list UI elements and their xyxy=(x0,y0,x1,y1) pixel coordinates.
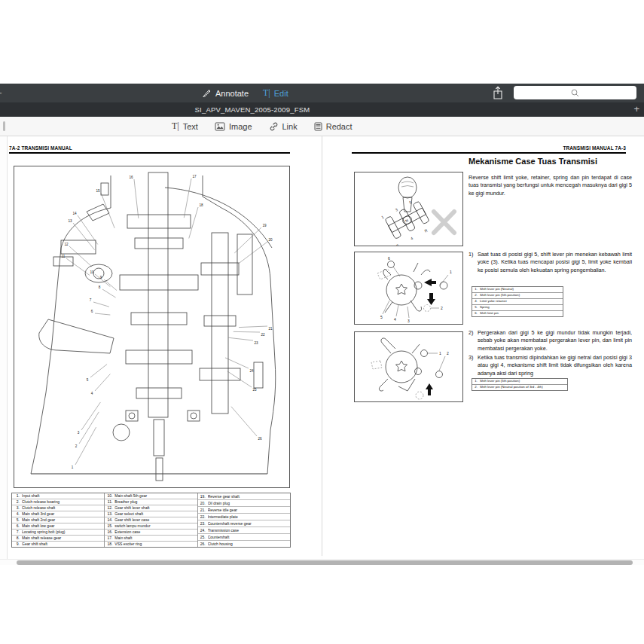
disallowed-x-mark xyxy=(434,212,454,233)
callout-number: 12 xyxy=(64,243,68,246)
callout-number: 7 xyxy=(90,298,92,302)
table-row: 1.Shift lever pin (5th position) xyxy=(472,379,567,385)
item-text: Ketika tuas transmisi dipindahkan ke gig… xyxy=(478,354,632,377)
table-row: 11.Breather plug xyxy=(105,499,197,505)
callout-number: 18 xyxy=(199,203,203,207)
table-row: 16.Extension case xyxy=(105,530,197,536)
top-toolbar: + Annotate T| Edit xyxy=(0,84,644,102)
annotate-tab[interactable]: Annotate xyxy=(202,87,249,99)
svg-text:4: 4 xyxy=(410,236,414,241)
row-number: 15. xyxy=(105,524,114,528)
parts-column-2: 10.Main shaft 5th gear11.Breather plug12… xyxy=(105,493,197,547)
table-row: 5.Spring xyxy=(472,305,563,311)
table-row: 4.Limit yoke retainer xyxy=(472,299,563,305)
row-label: Main shaft release gear xyxy=(22,536,104,540)
row-label: Main shaft 5th gear xyxy=(114,494,197,498)
document-view[interactable]: 7A-2 TRANSMISI MANUAL xyxy=(0,136,644,559)
text-tool-icon: T| xyxy=(172,121,179,132)
document-tab[interactable]: SI_APV_MAVEN_2005-2009_FSM xyxy=(0,102,505,117)
transmission-diagram: 1617151814131920121110987621222324252654… xyxy=(14,166,290,488)
row-number: 5. xyxy=(12,518,22,522)
page-7a2: 7A-2 TRANSMISI MANUAL xyxy=(8,136,322,559)
pen-icon xyxy=(202,88,212,98)
insert-link-button[interactable]: Link xyxy=(269,122,298,131)
callout-number: 3 xyxy=(78,431,80,435)
search-field[interactable] xyxy=(514,86,636,99)
table-row: 17.Main shaft xyxy=(105,536,197,542)
redact-button[interactable]: Redact xyxy=(314,122,353,131)
table-row: 21.Reverse idle gear xyxy=(198,507,290,514)
table-row: 14.Gear shift lever case xyxy=(105,517,197,523)
table-row: 23.Countershaft reverse gear xyxy=(198,520,290,527)
table-row: 1.Shift lever pin (Neutral) xyxy=(472,287,563,293)
row-label: Gear shift lever case xyxy=(114,518,197,522)
redact-tool-label: Redact xyxy=(326,122,353,131)
row-label: Reverse idle gear xyxy=(208,508,290,512)
row-number: 2. xyxy=(12,500,22,504)
share-button[interactable] xyxy=(492,86,505,100)
row-label: Gear shift shaft xyxy=(22,542,104,546)
item-text: Saat tuas di posisi gigi 5, shift lever … xyxy=(478,251,632,274)
row-label: VSS exciter ring xyxy=(114,542,197,546)
item-number: 1) xyxy=(469,251,478,274)
sidebar-drag-handle[interactable] xyxy=(3,121,5,131)
callout-number: 11 xyxy=(62,255,66,258)
svg-text:3: 3 xyxy=(395,207,398,212)
table-row: 22.Intermediate plate xyxy=(198,514,290,520)
scrollbar-track xyxy=(0,559,644,565)
table-row: 26.Clutch housing xyxy=(198,541,290,547)
edit-label: Edit xyxy=(274,89,288,98)
parts-column-1: 1.Input shaft2.Clutch release bearing3.C… xyxy=(12,493,105,547)
row-number: 4. xyxy=(472,300,480,303)
row-number: 21. xyxy=(198,508,208,512)
search-input[interactable] xyxy=(514,86,636,99)
link-icon xyxy=(269,122,279,131)
row-label: Main shaft 2nd gear xyxy=(22,518,104,522)
row-number: 11. xyxy=(105,500,114,504)
row-number: 18. xyxy=(105,542,114,546)
row-number: 1. xyxy=(472,288,480,291)
row-label: Main shaft low gear xyxy=(22,524,104,528)
legend-table-2: 1.Shift lever pin (5th position)2.Shift … xyxy=(472,378,568,391)
table-row: 2.Shift lever pin (Neutral position of 3… xyxy=(472,385,567,390)
new-tab-button[interactable]: + xyxy=(633,102,639,117)
table-row: 25.Countershaft xyxy=(198,534,290,541)
callout-number: 6 xyxy=(91,310,93,313)
row-number: 24. xyxy=(198,529,208,533)
table-row: 10.Main shaft 5th gear xyxy=(105,493,197,499)
callout-number: 26 xyxy=(258,437,261,441)
row-number: 13. xyxy=(105,512,114,516)
row-label: Clutch release shaft xyxy=(22,506,104,510)
row-number: 1. xyxy=(12,494,22,498)
table-row: 12.Gear shift lever shaft xyxy=(105,505,197,511)
row-number: 6. xyxy=(472,312,480,315)
table-row: 20.Oil drain plug xyxy=(198,500,290,507)
callout-number: 22 xyxy=(261,333,264,337)
row-number: 10. xyxy=(105,494,114,498)
table-row: 3.Clutch release shaft xyxy=(12,505,104,511)
figure-shift-lever: 1 3 5 2 4 R N xyxy=(354,172,463,246)
edit-tab[interactable]: T| Edit xyxy=(263,87,288,99)
left-header-rule xyxy=(9,152,290,154)
svg-text:2: 2 xyxy=(441,306,443,310)
horizontal-scrollbar[interactable] xyxy=(17,560,633,565)
sidebar-add-icon[interactable]: + xyxy=(0,86,2,99)
row-label: switch lampu mundur xyxy=(114,524,197,528)
item-number: 3) xyxy=(469,354,478,377)
document-tab-bar: SI_APV_MAVEN_2005-2009_FSM + xyxy=(0,102,644,117)
insert-text-button[interactable]: T| Text xyxy=(172,121,198,132)
row-label: Countershaft reverse gear xyxy=(208,522,290,526)
svg-text:2: 2 xyxy=(395,243,399,246)
row-label: Reverse gear shaft xyxy=(208,495,290,499)
page-7a3: TRANSMISI MANUAL 7A-3 Mekanisme Case Tua… xyxy=(322,136,644,559)
callout-number: 15 xyxy=(96,189,99,193)
row-number: 16. xyxy=(105,530,114,534)
svg-text:1: 1 xyxy=(450,270,452,274)
row-label: Shift limit pin xyxy=(480,312,563,315)
insert-image-button[interactable]: Image xyxy=(215,122,252,131)
row-number: 19. xyxy=(198,495,208,499)
intro-paragraph: Reverse shift limit yoke, retainer, spri… xyxy=(469,174,632,197)
row-label: Main shaft xyxy=(114,536,197,540)
item-number: 2) xyxy=(469,329,478,353)
numbered-item-3: 3) Ketika tuas transmisi dipindahkan ke … xyxy=(469,354,632,377)
